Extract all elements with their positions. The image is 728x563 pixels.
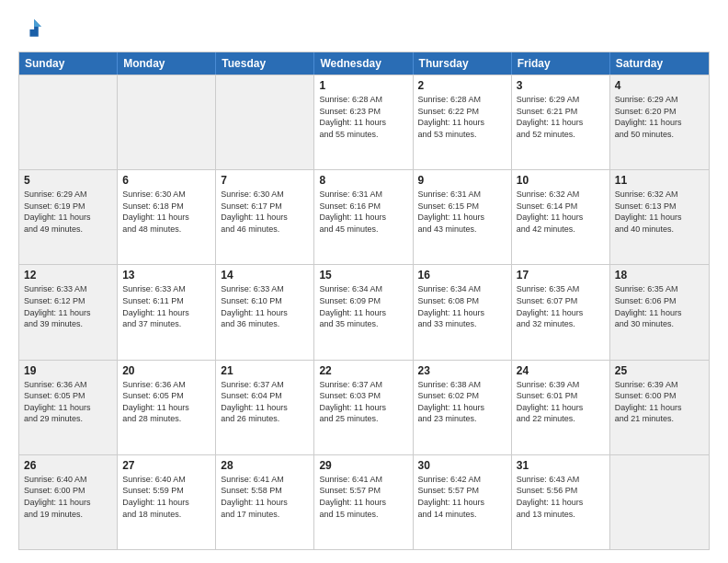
calendar-cell: 17Sunrise: 6:35 AMSunset: 6:07 PMDayligh… [512,265,610,359]
day-number: 31 [517,459,605,472]
calendar-cell: 6Sunrise: 6:30 AMSunset: 6:18 PMDaylight… [118,170,216,264]
calendar-cell: 14Sunrise: 6:33 AMSunset: 6:10 PMDayligh… [216,265,314,359]
calendar-cell [19,75,118,169]
day-info: Sunrise: 6:32 AMSunset: 6:14 PMDaylight:… [517,189,605,235]
calendar-header-saturday: Saturday [610,52,709,75]
day-info: Sunrise: 6:33 AMSunset: 6:11 PMDaylight:… [122,283,210,329]
day-number: 9 [418,174,506,187]
day-number: 28 [221,459,309,472]
calendar-cell: 7Sunrise: 6:30 AMSunset: 6:17 PMDaylight… [216,170,314,264]
day-number: 8 [319,174,407,187]
day-info: Sunrise: 6:41 AMSunset: 5:57 PMDaylight:… [319,474,407,520]
calendar-body: 1Sunrise: 6:28 AMSunset: 6:23 PMDaylight… [19,75,709,549]
day-info: Sunrise: 6:30 AMSunset: 6:18 PMDaylight:… [122,189,210,235]
calendar-cell: 24Sunrise: 6:39 AMSunset: 6:01 PMDayligh… [512,361,610,454]
day-number: 24 [517,364,605,377]
day-info: Sunrise: 6:37 AMSunset: 6:03 PMDaylight:… [319,379,407,425]
day-number: 14 [221,269,309,282]
day-info: Sunrise: 6:39 AMSunset: 6:00 PMDaylight:… [615,379,704,425]
calendar-cell: 13Sunrise: 6:33 AMSunset: 6:11 PMDayligh… [118,265,216,359]
day-number: 25 [615,364,704,377]
calendar-cell: 25Sunrise: 6:39 AMSunset: 6:00 PMDayligh… [610,361,709,454]
day-number: 22 [319,364,407,377]
calendar-cell: 15Sunrise: 6:34 AMSunset: 6:09 PMDayligh… [314,265,413,359]
day-info: Sunrise: 6:37 AMSunset: 6:04 PMDaylight:… [221,379,309,425]
day-info: Sunrise: 6:30 AMSunset: 6:17 PMDaylight:… [221,189,309,235]
calendar-cell: 27Sunrise: 6:40 AMSunset: 5:59 PMDayligh… [118,455,216,549]
calendar-cell: 19Sunrise: 6:36 AMSunset: 6:05 PMDayligh… [19,361,118,454]
day-number: 12 [24,269,112,282]
calendar-cell: 2Sunrise: 6:28 AMSunset: 6:22 PMDaylight… [414,75,512,169]
calendar: SundayMondayTuesdayWednesdayThursdayFrid… [18,52,710,550]
day-info: Sunrise: 6:39 AMSunset: 6:01 PMDaylight:… [517,379,605,425]
calendar-cell: 21Sunrise: 6:37 AMSunset: 6:04 PMDayligh… [216,361,314,454]
day-info: Sunrise: 6:28 AMSunset: 6:22 PMDaylight:… [418,94,506,140]
day-number: 5 [24,174,112,187]
svg-marker-1 [34,19,41,27]
page: SundayMondayTuesdayWednesdayThursdayFrid… [0,0,728,563]
calendar-cell: 16Sunrise: 6:34 AMSunset: 6:08 PMDayligh… [414,265,512,359]
day-number: 7 [221,174,309,187]
calendar-cell: 28Sunrise: 6:41 AMSunset: 5:58 PMDayligh… [216,455,314,549]
day-number: 30 [418,459,506,472]
calendar-cell [216,75,314,169]
day-number: 23 [418,364,506,377]
calendar-cell: 29Sunrise: 6:41 AMSunset: 5:57 PMDayligh… [314,455,413,549]
day-info: Sunrise: 6:43 AMSunset: 5:56 PMDaylight:… [517,474,605,520]
calendar-cell: 3Sunrise: 6:29 AMSunset: 6:21 PMDaylight… [512,75,610,169]
day-info: Sunrise: 6:36 AMSunset: 6:05 PMDaylight:… [122,379,210,425]
calendar-cell: 20Sunrise: 6:36 AMSunset: 6:05 PMDayligh… [118,361,216,454]
day-number: 26 [24,459,112,472]
calendar-header-monday: Monday [118,52,216,75]
calendar-cell [610,455,709,549]
day-info: Sunrise: 6:33 AMSunset: 6:10 PMDaylight:… [221,283,309,329]
day-info: Sunrise: 6:40 AMSunset: 6:00 PMDaylight:… [24,474,112,520]
day-info: Sunrise: 6:38 AMSunset: 6:02 PMDaylight:… [418,379,506,425]
day-number: 29 [319,459,407,472]
day-number: 19 [24,364,112,377]
calendar-cell: 18Sunrise: 6:35 AMSunset: 6:06 PMDayligh… [610,265,709,359]
calendar-header-tuesday: Tuesday [216,52,314,75]
day-info: Sunrise: 6:40 AMSunset: 5:59 PMDaylight:… [122,474,210,520]
day-info: Sunrise: 6:35 AMSunset: 6:07 PMDaylight:… [517,283,605,329]
day-info: Sunrise: 6:28 AMSunset: 6:23 PMDaylight:… [319,94,407,140]
day-number: 27 [122,459,210,472]
calendar-cell: 9Sunrise: 6:31 AMSunset: 6:15 PMDaylight… [414,170,512,264]
calendar-cell: 26Sunrise: 6:40 AMSunset: 6:00 PMDayligh… [19,455,118,549]
day-info: Sunrise: 6:29 AMSunset: 6:20 PMDaylight:… [615,94,704,140]
calendar-cell: 23Sunrise: 6:38 AMSunset: 6:02 PMDayligh… [414,361,512,454]
day-info: Sunrise: 6:36 AMSunset: 6:05 PMDaylight:… [24,379,112,425]
day-info: Sunrise: 6:42 AMSunset: 5:57 PMDaylight:… [418,474,506,520]
day-number: 2 [418,79,506,92]
calendar-week-3: 12Sunrise: 6:33 AMSunset: 6:12 PMDayligh… [19,264,709,359]
calendar-header-thursday: Thursday [414,52,512,75]
header [18,17,710,42]
day-info: Sunrise: 6:29 AMSunset: 6:19 PMDaylight:… [24,189,112,235]
calendar-cell: 22Sunrise: 6:37 AMSunset: 6:03 PMDayligh… [314,361,413,454]
day-info: Sunrise: 6:34 AMSunset: 6:08 PMDaylight:… [418,283,506,329]
calendar-week-1: 1Sunrise: 6:28 AMSunset: 6:23 PMDaylight… [19,75,709,169]
day-number: 1 [319,79,407,92]
calendar-week-5: 26Sunrise: 6:40 AMSunset: 6:00 PMDayligh… [19,454,709,549]
day-number: 6 [122,174,210,187]
day-number: 16 [418,269,506,282]
day-info: Sunrise: 6:31 AMSunset: 6:16 PMDaylight:… [319,189,407,235]
calendar-header-friday: Friday [512,52,610,75]
calendar-cell: 8Sunrise: 6:31 AMSunset: 6:16 PMDaylight… [314,170,413,264]
day-number: 11 [615,174,704,187]
logo-icon [18,17,44,42]
calendar-cell: 5Sunrise: 6:29 AMSunset: 6:19 PMDaylight… [19,170,118,264]
day-number: 18 [615,269,704,282]
day-number: 4 [615,79,704,92]
calendar-cell: 4Sunrise: 6:29 AMSunset: 6:20 PMDaylight… [610,75,709,169]
calendar-cell: 10Sunrise: 6:32 AMSunset: 6:14 PMDayligh… [512,170,610,264]
day-info: Sunrise: 6:41 AMSunset: 5:58 PMDaylight:… [221,474,309,520]
calendar-header: SundayMondayTuesdayWednesdayThursdayFrid… [19,52,709,75]
logo [18,17,48,42]
calendar-cell [118,75,216,169]
day-info: Sunrise: 6:31 AMSunset: 6:15 PMDaylight:… [418,189,506,235]
day-info: Sunrise: 6:34 AMSunset: 6:09 PMDaylight:… [319,283,407,329]
day-number: 21 [221,364,309,377]
day-number: 13 [122,269,210,282]
day-info: Sunrise: 6:33 AMSunset: 6:12 PMDaylight:… [24,283,112,329]
